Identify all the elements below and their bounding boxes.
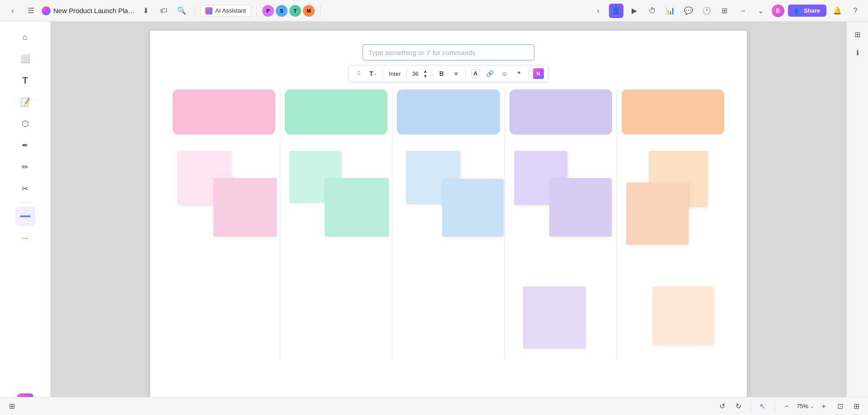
divider	[466, 69, 466, 78]
font-family: Inter	[386, 70, 403, 77]
text-type-icon: T	[369, 70, 373, 77]
zoom-in-button[interactable]: +	[817, 400, 830, 413]
comment-icon[interactable]: 💬	[681, 4, 696, 18]
help-icon[interactable]: ?	[848, 4, 863, 18]
ai-icon	[205, 7, 212, 14]
col5-stickies	[622, 142, 724, 241]
ai-assistant-button[interactable]: AI Assistant	[200, 5, 251, 17]
kanban-col-5	[617, 89, 729, 360]
search-button[interactable]: 🔍	[175, 4, 189, 18]
grid-view-button[interactable]: ⊞	[850, 400, 863, 413]
bold-button[interactable]: B	[435, 67, 448, 80]
sticky-note[interactable]	[652, 286, 713, 345]
share-button[interactable]: 👥 Share	[788, 5, 826, 17]
col1-header	[173, 89, 275, 135]
text-type-button[interactable]: T ⌄	[367, 67, 379, 80]
col4-stickies	[509, 142, 612, 241]
back-button[interactable]: ‹	[5, 4, 20, 18]
format-toolbar: ⠿ T ⌄ Inter 36 ▲▼ B ≡	[168, 65, 729, 82]
timer-icon[interactable]: ⏱	[645, 4, 660, 18]
share-icon: 👥	[794, 7, 802, 14]
info-button[interactable]: ℹ	[850, 45, 865, 60]
sticky-note[interactable]	[626, 182, 689, 245]
chevron-icon: ⌄	[373, 71, 377, 76]
kanban-col-1	[168, 89, 280, 360]
ai-enhance-button[interactable]: N	[532, 67, 545, 80]
drag-handle-icon[interactable]: ⠿	[352, 67, 365, 80]
undo-button[interactable]: ↺	[716, 400, 729, 413]
chart-icon[interactable]: 📊	[663, 4, 678, 18]
avatar: M	[303, 5, 315, 17]
brush-icon: ✏	[22, 162, 28, 172]
divider	[256, 5, 257, 16]
kanban-area	[168, 89, 729, 360]
tool-pen[interactable]: ✒	[15, 135, 35, 155]
grid-panel-button[interactable]: ⊞	[850, 27, 865, 42]
zoom-control: 75% ⌄	[797, 403, 814, 410]
sticky-note[interactable]	[213, 178, 277, 237]
play-icon[interactable]: ▶	[627, 4, 642, 18]
cursor-tool-button[interactable]: ↖	[756, 400, 769, 413]
notification-icon[interactable]: 🔔	[830, 4, 844, 18]
sidebar-right: ⊞ ℹ	[846, 22, 868, 415]
doc-title: New Product Launch Pla…	[53, 7, 135, 14]
avatar: S	[276, 5, 288, 17]
kanban-col-2	[280, 89, 392, 360]
tool-shape[interactable]: ⬡	[15, 114, 35, 134]
divider	[750, 401, 751, 412]
minimap-button[interactable]: ⊞	[5, 400, 18, 413]
col3-header	[397, 89, 500, 135]
clock-icon[interactable]: 🕐	[699, 4, 714, 18]
tool-home[interactable]: ⌂	[15, 27, 35, 47]
tool-more[interactable]: ···	[15, 228, 35, 248]
menu-button[interactable]: ☰	[24, 4, 38, 18]
expand-icon[interactable]: ›	[591, 4, 605, 18]
text-color-button[interactable]: A	[469, 67, 482, 80]
frame-icon: ⬜	[20, 54, 30, 64]
active-users-icon[interactable]: 👤	[609, 4, 623, 18]
line-icon	[20, 215, 31, 217]
text-icon: T	[22, 75, 28, 86]
emoji-button[interactable]: ☺	[498, 67, 511, 80]
tool-scissors[interactable]: ✂	[15, 179, 35, 199]
divider	[320, 5, 321, 16]
layout-icon[interactable]: ⊞	[717, 4, 732, 18]
tool-frame[interactable]: ⬜	[15, 49, 35, 69]
sticky-note[interactable]	[442, 179, 504, 237]
sticky-icon: 📝	[20, 97, 30, 107]
avatar: T	[289, 5, 301, 17]
more-icon: ···	[22, 233, 28, 243]
canvas-area[interactable]: Type something or '/' for commands ⠿ T ⌄…	[51, 22, 846, 397]
zoom-level: 75%	[797, 403, 808, 410]
scissors-icon: ✂	[22, 184, 28, 194]
avatar-group: P S T M	[262, 5, 315, 17]
tool-sticky[interactable]: 📝	[15, 92, 35, 112]
quote-button[interactable]: ❝	[513, 67, 525, 80]
sticky-note[interactable]	[325, 178, 389, 237]
avatar: P	[262, 5, 274, 17]
text-input-box[interactable]: Type something or '/' for commands	[363, 44, 534, 61]
font-size: 36	[410, 70, 420, 77]
redo-button[interactable]: ↻	[732, 400, 745, 413]
font-size-stepper[interactable]: ▲▼	[422, 67, 429, 80]
tool-text[interactable]: T	[15, 70, 35, 90]
kanban-col-4	[505, 89, 617, 360]
divider	[774, 401, 775, 412]
tool-line[interactable]	[15, 206, 35, 226]
col5-header	[622, 89, 724, 135]
divider	[406, 69, 407, 78]
kanban-col-3	[392, 89, 505, 360]
text-placeholder: Type something or '/' for commands	[368, 49, 476, 56]
sticky-note[interactable]	[549, 178, 612, 237]
fit-button[interactable]: ⊡	[834, 400, 846, 413]
tool-brush[interactable]: ✏	[15, 157, 35, 177]
download-button[interactable]: ⬇	[138, 4, 153, 18]
zoom-out-button[interactable]: −	[780, 400, 793, 413]
arrow-icon[interactable]: →	[736, 4, 750, 18]
link-button[interactable]: 🔗	[484, 67, 496, 80]
align-button[interactable]: ≡	[450, 67, 462, 80]
tag-button[interactable]: 🏷	[156, 4, 171, 18]
col3-stickies	[397, 142, 500, 241]
sticky-note[interactable]	[523, 286, 585, 349]
chevron-down-icon[interactable]: ⌄	[754, 4, 768, 18]
